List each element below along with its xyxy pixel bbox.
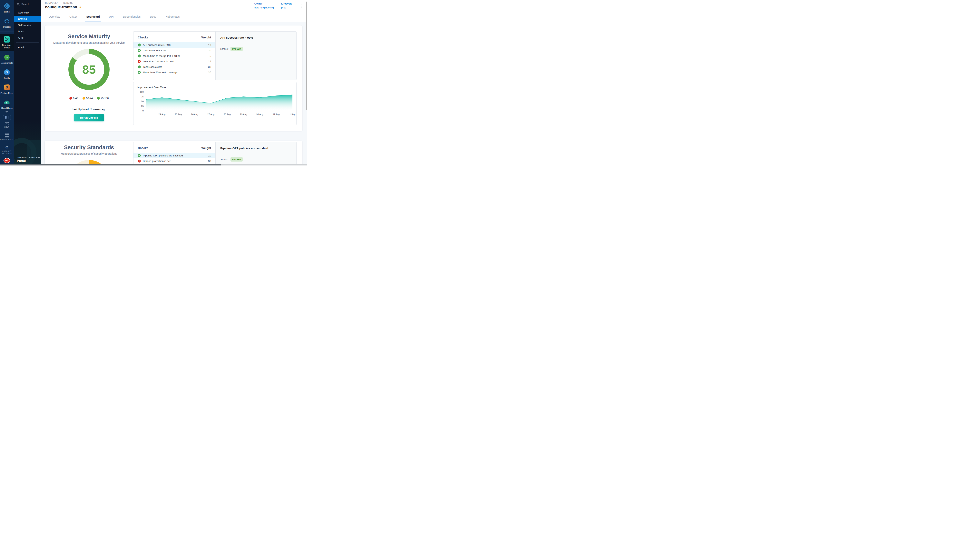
- rail-item-label: Developer Portal: [2, 44, 12, 49]
- check-failed-icon: [138, 60, 141, 63]
- rail-item-cloud-costs[interactable]: $ Cloud Costs: [0, 98, 14, 111]
- table-row[interactable]: Branch protection is set 30: [134, 158, 215, 164]
- x-axis-label: 29 Aug: [240, 113, 247, 116]
- sidebar-divider: [16, 8, 39, 8]
- legend-label: 50-74: [86, 97, 93, 100]
- sidebar-item-self-service[interactable]: Self service: [14, 22, 41, 28]
- x-axis-label: 25 Aug: [175, 113, 182, 116]
- rail-footer-label: ACCOUNT SETTINGS: [1, 150, 13, 155]
- scorecard-subtitle: Measures development best practices agai…: [53, 41, 125, 44]
- feature-flags-icon: [3, 84, 10, 91]
- rail-item-developer-portal[interactable]: Developer Portal: [0, 34, 14, 51]
- maturity-checks-box: Checks Weight API success rate > 99% 10: [133, 31, 296, 80]
- owner-block: Owner field_engineering: [255, 2, 274, 9]
- tab-scorecard[interactable]: Scorecard: [81, 11, 104, 22]
- rail-item-help[interactable]: ? HELP: [4, 122, 9, 129]
- last-updated-text: Last Updated: 2 weeks ago: [72, 108, 106, 111]
- owner-link[interactable]: field_engineering: [255, 6, 274, 9]
- rerun-checks-button[interactable]: Rerun Checks: [74, 114, 104, 121]
- check-passed-icon: [138, 154, 141, 157]
- rail-item-projects[interactable]: Projects: [0, 17, 14, 29]
- cloud-costs-icon: $: [3, 99, 10, 106]
- detail-title: Pipeline OPA policies are satisfied: [220, 146, 292, 150]
- status-label: Status:: [220, 48, 229, 50]
- table-row[interactable]: More than 70% test coverage 20: [134, 70, 215, 75]
- developer-portal-icon: [3, 36, 10, 43]
- table-row[interactable]: API success rate > 99% 10: [134, 42, 215, 48]
- rail-item-label: Home: [4, 11, 10, 13]
- table-row[interactable]: TechDocs exists 30: [134, 64, 215, 70]
- rail-item-account-settings[interactable]: ⚙ ACCOUNT SETTINGS: [1, 145, 13, 155]
- legend-dot-amber: [83, 97, 85, 100]
- entity-tabs: Overview CI/CD Scorecard API Dependencie…: [41, 11, 307, 22]
- scorecard-title: Security Standards: [64, 144, 114, 151]
- rail-item-label: Projects: [3, 26, 11, 28]
- checks-table: Checks Weight Pipeline OPA policies are …: [134, 142, 215, 165]
- portal-sidebar: Search Overview Catalog Self service Doc…: [14, 0, 41, 165]
- maturity-score: 85: [68, 49, 110, 90]
- main-panel: COMPONENT — SERVICE boutique-frontend ★ …: [41, 0, 307, 165]
- x-axis-label: 31 Aug: [273, 113, 280, 116]
- rail-collapse-handle[interactable]: [5, 33, 9, 33]
- status-label: Status:: [220, 158, 229, 161]
- lifecycle-block: Lifecycle prod: [281, 2, 292, 9]
- status-badge: PASSED: [231, 47, 243, 51]
- sidebar-item-catalog[interactable]: Catalog: [14, 16, 41, 22]
- sidebar-search[interactable]: Search: [14, 0, 41, 8]
- rail-item-deployments[interactable]: ∞ Deployments: [0, 53, 14, 65]
- tab-dependencies[interactable]: Dependencies: [118, 11, 145, 22]
- horizontal-scrollbar-track[interactable]: [0, 164, 307, 165]
- horizontal-scrollbar-thumb[interactable]: [0, 164, 221, 165]
- check-detail-panel: Pipeline OPA policies are satisfied Stat…: [215, 142, 296, 165]
- rail-item-label: Feature Flags: [1, 92, 13, 94]
- vertical-scrollbar[interactable]: [306, 2, 307, 110]
- chevron-down-icon[interactable]: [5, 111, 8, 113]
- kebab-menu-icon[interactable]: [300, 3, 303, 9]
- tab-kubernetes[interactable]: Kubernetes: [161, 11, 185, 22]
- y-axis-label: 25: [141, 105, 144, 107]
- sidebar-item-docs[interactable]: Docs: [14, 28, 41, 35]
- legend-label: 75-100: [101, 97, 108, 100]
- harness-logo-icon: [3, 3, 10, 10]
- checks-column-header: Checks: [138, 146, 148, 150]
- user-avatar[interactable]: HM: [3, 158, 10, 163]
- rail-item-feature-flags[interactable]: Feature Flags: [0, 83, 14, 95]
- table-row[interactable]: Mean time to merge PR < 48 hr 5: [134, 53, 215, 59]
- tab-cicd[interactable]: CI/CD: [65, 11, 81, 22]
- detail-title: API success rate > 99%: [220, 36, 292, 39]
- rail-item-home[interactable]: Home: [0, 2, 14, 14]
- sidebar-item-admin[interactable]: Admin: [14, 44, 41, 50]
- tab-api[interactable]: API: [105, 11, 118, 22]
- x-axis-label: 24 Aug: [158, 113, 165, 116]
- lifecycle-value: prod: [281, 6, 292, 9]
- rail-item-dashboards[interactable]: DASHBOARDS: [0, 134, 14, 141]
- check-detail-panel: API success rate > 99% Status: PASSED: [215, 32, 296, 80]
- x-axis-label: 28 Aug: [224, 113, 231, 116]
- portal-brand: INTERNAL DEVELOPER Portal: [17, 156, 40, 163]
- legend-item: 50-74: [83, 97, 93, 100]
- x-axis-label: 26 Aug: [191, 113, 198, 116]
- maturity-donut-chart: 85: [68, 49, 110, 90]
- y-axis-label: 50: [141, 100, 144, 103]
- favorite-star-icon[interactable]: ★: [79, 5, 82, 9]
- table-row[interactable]: Less than 1% error in prod 15: [134, 59, 215, 64]
- app-window: Home Projects Developer: [0, 0, 307, 165]
- tab-overview[interactable]: Overview: [44, 11, 65, 22]
- sidebar-item-overview[interactable]: Overview: [14, 10, 41, 16]
- sidebar-item-apis[interactable]: APIs: [14, 35, 41, 41]
- module-picker-button[interactable]: [3, 115, 11, 120]
- service-maturity-card: Service Maturity Measures development be…: [45, 25, 302, 131]
- check-passed-icon: [138, 43, 141, 46]
- gear-icon: ⚙: [5, 145, 8, 149]
- search-label: Search: [21, 3, 29, 6]
- area-chart: [146, 92, 293, 111]
- chart-title: Improvement Over Time: [137, 86, 293, 89]
- tab-docs[interactable]: Docs: [145, 11, 161, 22]
- improvement-chart-box: Improvement Over Time 1007550250: [133, 82, 296, 125]
- check-passed-icon: [138, 71, 141, 74]
- table-row[interactable]: Pipeline OPA policies are satisfied 10: [134, 153, 215, 158]
- projects-cube-icon: [3, 18, 10, 24]
- table-row[interactable]: Java version is LTS 20: [134, 48, 215, 53]
- breadcrumb: COMPONENT — SERVICE: [45, 2, 82, 4]
- rail-item-builds[interactable]: Builds: [0, 68, 14, 81]
